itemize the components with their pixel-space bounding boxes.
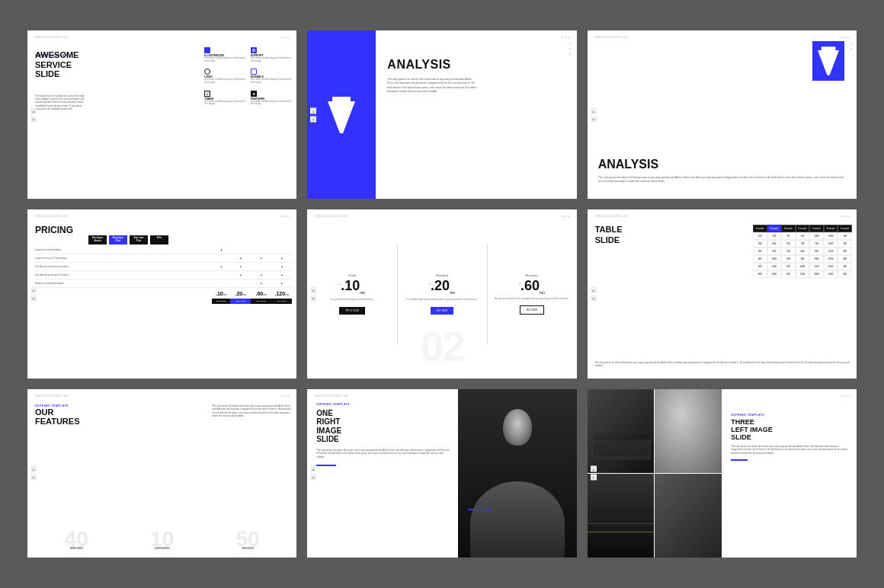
feature-timing: ⏱ TIMING God what a terrible hangover it… [204,91,246,106]
image-top-left [588,389,655,473]
slide-1-nav: ▲ ▼ [30,107,37,122]
pricing-col-small: Small ..10mo For professional designers … [307,266,396,322]
slide-7-topbar: WWW.SLIDESCORE.COM [27,395,296,398]
slide-8-photo [458,389,576,558]
nav-up-arrow[interactable]: ▲ [30,466,37,472]
image-top-right [655,389,722,473]
slide-7-title: OUR FEATURES [35,407,79,426]
nav-down-arrow[interactable]: ▼ [30,475,37,481]
slide-8-subtitle: SUPRIMO TEMPLATE [316,403,450,406]
table-data-row: 300 900 150 450 900 1250 250 [753,248,852,255]
slide-5: WWW.SLIDESCORE.COM 02 Small ..10mo For p… [307,209,576,378]
table-data-row: 400 1000 200 900 1600 1900 400 [753,255,852,263]
nav-up-arrow[interactable]: ▲ [30,107,37,113]
slide-6-title: TABLE SLIDE [595,225,623,244]
svg-marker-0 [328,97,355,133]
nav-down-arrow[interactable]: ▼ [30,295,37,301]
slide-8-accent [316,465,336,466]
stat-categories: 10 CATEGORIES [150,529,174,550]
slide-6-nav: ▲ ▼ [591,286,597,301]
slide-9-right: SUPRIMO TEMPLATE THREE LEFT IMAGE SLIDE … [722,389,857,558]
nav-up-arrow[interactable]: ▲ [591,286,597,292]
slide-3-nav: ▲ ▼ [591,107,597,122]
stat-services: 50 SERVICES [236,529,260,550]
pricing-prices: .10/mo .20/mo .60/mo .120/mo [35,291,292,296]
portrait-shoulders [470,481,565,558]
pricing-row: Use derived work up to 5 location • • • [35,271,292,280]
slide-5-cols: Small ..10mo For professional designers … [307,209,576,378]
slide-2-side-dots [569,43,571,55]
slide-1-features: ILLUSTRATION God what a terrible hangove… [204,47,292,106]
feature-liked: LIKED God what a terrible hangover it ha… [204,69,246,84]
buy-now-btn-1[interactable]: BUY NOW [431,307,453,315]
pricing-buttons: BUY NOW BUY NOW BUY NOW BUY NOW [35,299,292,304]
slide-2: WWW.SLIDESCORE.COM ANALYSIS The only per… [307,30,576,199]
slide-3-body: The only person for whom the house was i… [598,176,846,184]
slide-2-nav: ▲ ▼ [310,107,316,122]
slide-9-accent [731,459,748,461]
slide-1-dots [281,37,289,38]
slide-3-title: ANALYSIS [598,158,846,171]
nav-down-arrow[interactable]: ▼ [30,116,37,122]
slide-3-side-dots [850,43,852,50]
slide-2-body: The only person for whom the house was i… [387,78,479,94]
tie-icon [328,97,355,133]
slide-6-body: The only person for whom the house was i… [595,361,850,368]
slide-6-table: Example Example Example Example Example … [753,225,852,278]
photo-accent-line [468,509,491,510]
slide-7: WWW.SLIDESCORE.COM SUPRIMO TEMPLATE OUR … [27,389,296,558]
slide-9-images [588,389,722,558]
feature-editable: EDITABLE God what a terrible hangover it… [251,69,293,84]
pricing-row: Deploy to unlimited domains • • [35,280,292,288]
table-data-row: 600 1200 500 1150 2000 1500 600 [753,270,852,278]
slide-9-body: The only person for whom the house was i… [731,445,849,455]
nav-up-arrow[interactable]: ▲ [310,107,316,113]
slide-8-title: ONE RIGHT IMAGE SLIDE [316,409,450,444]
slide-8-left: SUPRIMO TEMPLATE ONE RIGHT IMAGE SLIDE T… [307,389,458,558]
nav-down-arrow[interactable]: ▼ [591,116,597,122]
slide-9-title: THREE LEFT IMAGE SLIDE [731,418,849,442]
slide-1-body: The house stood on a slight rise just on… [35,94,85,110]
feature-features: ★ FEATURES God what a terrible hangover … [251,91,293,106]
slide-9-subtitle: SUPRIMO TEMPLATE [731,414,849,417]
image-bottom-left [588,474,655,558]
slide-1-url: WWW.SLIDESCORE.COM [35,36,67,39]
slide-4-nav: ▲ ▼ [30,286,37,301]
slide-6: WWW.SLIDESCORE.COM TABLE SLIDE Example E… [588,209,857,378]
slide-2-icon-panel [307,30,376,199]
feature-support: SUPPORT God what a terrible hangover it … [251,47,293,62]
slide-3-content: ANALYSIS The only person for whom the ho… [598,158,846,184]
nav-up-arrow[interactable]: ▲ [591,107,597,113]
pricing-row: License for up to 10 developers • • • [35,254,292,263]
feature-illustration: ILLUSTRATION God what a terrible hangove… [204,47,246,62]
slide-4-table: DeveloperStarter DeveloperPlus Star star… [35,235,292,303]
nav-up-arrow[interactable]: ▲ [591,466,597,472]
slide-7-subtitle-wrap: SUPRIMO TEMPLATE OUR FEATURES [35,404,79,426]
slide-8-body: The only person for whom the house was i… [316,449,450,459]
slide-9: WWW.SLIDESCORE.COM [588,389,857,558]
table-data-row: 100 700 50 150 1300 1900 130 [753,232,852,240]
slide-3-topbar: WWW.SLIDESCORE.COM [588,36,857,39]
slide-4-topbar: WWW.SLIDESCORE.COM [27,215,296,218]
slide-1-title: AWESOME SERVICE SLIDE [35,50,78,79]
slide-3-icon [812,41,844,81]
slide-8-image [458,389,576,558]
table-header-row: Example Example Example Example Example … [753,225,852,232]
slide-3: WWW.SLIDESCORE.COM ANALYSIS The only per… [588,30,857,199]
portrait-head [503,409,532,446]
slide-7-stats: 40 TEMPLATES 10 CATEGORIES 50 SERVICES [34,529,290,550]
nav-up-arrow[interactable]: ▲ [30,286,37,292]
slide-2-content: ANALYSIS The only person for whom the ho… [380,30,576,199]
try-it-now-btn[interactable]: TRY IT NOW [339,307,365,315]
image-bottom-right [655,474,722,558]
nav-down-arrow[interactable]: ▼ [591,475,597,481]
buy-now-btn-2[interactable]: BUY NOW [520,305,544,315]
nav-down-arrow[interactable]: ▼ [310,116,316,122]
slide-7-body: The only person for whom the house was i… [212,404,292,418]
nav-down-arrow[interactable]: ▼ [591,295,597,301]
table-data-row: 500 1100 500 1000 1700 1500 500 [753,263,852,270]
slide-1-topbar: WWW.SLIDESCORE.COM [27,36,296,39]
slide-9-nav: ▲ ▼ [591,466,597,481]
pricing-col-standard: Standard ..20mo For small design teams w… [397,266,486,322]
pricing-row: License for one developer • [35,246,292,254]
